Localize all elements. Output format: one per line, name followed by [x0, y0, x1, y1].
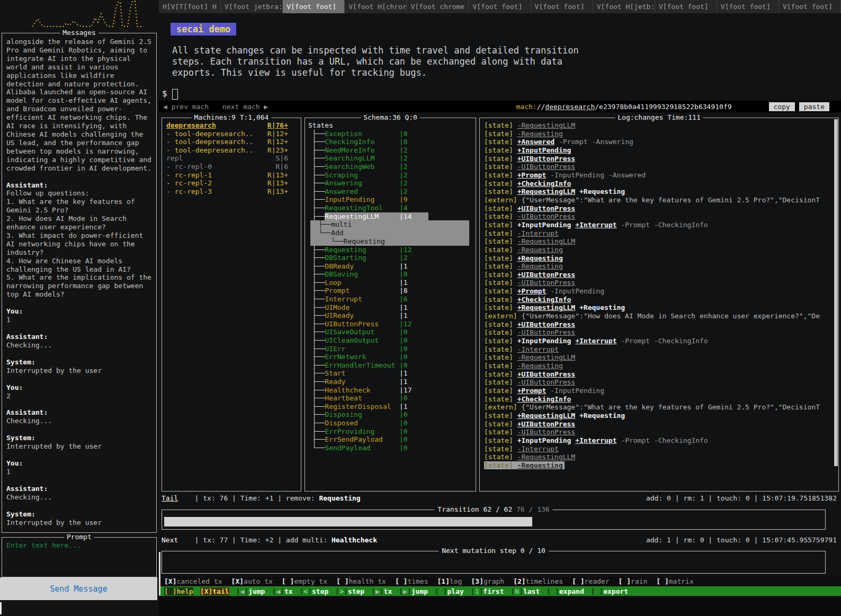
terminal-tab[interactable]: H[V[T[foot] H [159, 0, 221, 13]
state-row[interactable]: ├──DBReady|1 [308, 262, 472, 271]
state-row[interactable]: ├──UIErr|0 [308, 345, 472, 353]
log-line[interactable]: [state] +InputPending [484, 146, 834, 155]
state-row[interactable]: ├──Healthcheck|17 [308, 386, 472, 395]
terminal-tab[interactable]: V[foot H[chror [345, 0, 407, 13]
toolbar-item-step[interactable]: [>]step [335, 587, 364, 595]
state-row[interactable]: ├──RequestingTool|4 [308, 204, 472, 212]
toolbar-item-canceled-tx[interactable]: [X]canceled tx [164, 577, 222, 585]
next-mach-button[interactable]: next mach ▶ [222, 103, 268, 111]
state-row[interactable]: ├──Exception|0 [308, 130, 472, 138]
toolbar-item-tail[interactable]: [X]tail [200, 587, 229, 595]
machine-row[interactable]: - tool-deepresearch..R|12+ [166, 138, 297, 146]
log-line[interactable]: [state] -UIButtonPress [484, 328, 834, 337]
state-child-row[interactable]: └──Add [310, 229, 469, 237]
machine-row[interactable]: - rc-repl-2R|13+ [166, 179, 297, 188]
state-row[interactable]: ├──UIMode|1 [308, 303, 472, 312]
state-row[interactable]: ├──Answered|2 [308, 188, 472, 196]
toolbar-item-matrix[interactable]: [ ]matrix [656, 577, 693, 585]
log-line[interactable]: [state] +UIButtonPress [484, 204, 834, 213]
log-line[interactable]: [state] +RequestingLLM +Requesting [484, 303, 834, 312]
toolbar-item-last[interactable]: [N]last [511, 587, 540, 595]
log-line[interactable]: [state] +Requesting [484, 254, 834, 263]
tail-label[interactable]: Tail [162, 494, 178, 503]
log-line[interactable]: [state] +CheckingInfo [484, 180, 834, 188]
state-row[interactable]: ├──DBStarting|2 [308, 254, 472, 262]
state-row[interactable]: ├──Disposing|0 [308, 410, 472, 419]
toolbar-item-rain[interactable]: [ ]rain [619, 577, 648, 585]
terminal-tab[interactable]: V[foot foot] [469, 0, 531, 13]
machine-row[interactable]: replS|6 [166, 154, 297, 163]
log-line[interactable]: [state] +CheckingInfo [484, 395, 834, 404]
log-line[interactable]: [state] +Prompt -InputPending [484, 287, 834, 296]
state-row[interactable]: ├──ErrHandlerTimeout|0 [308, 361, 472, 370]
state-row[interactable]: ├──UIReady|1 [308, 311, 472, 320]
state-row[interactable]: ├──UISaveOutput|0 [308, 328, 472, 336]
toolbar-item-jump[interactable]: [▶]jump [399, 587, 428, 595]
machine-row[interactable]: deepresearchR|76+ [166, 121, 297, 130]
state-row[interactable]: ├──Start|1 [308, 369, 472, 378]
log-line[interactable]: [state] -Requesting [484, 262, 834, 271]
state-row[interactable]: ├──RequestingLLM|14 [308, 212, 472, 221]
log-line[interactable]: [state] -RequestingLLM [484, 353, 834, 362]
prev-mach-button[interactable]: ◀ prev mach [163, 103, 209, 111]
state-row[interactable]: ├──ErrNetwork|0 [308, 353, 472, 361]
log-line[interactable]: [state] +RequestingLLM +Requesting [484, 412, 834, 420]
toolbar-item-step[interactable]: [<]step [300, 587, 329, 595]
log-line[interactable]: [state] -Requesting [484, 362, 834, 370]
machine-row[interactable]: - rc-repl-3R|13+ [166, 188, 297, 196]
transition-progress-bar[interactable] [164, 517, 823, 526]
log-line[interactable]: [state] +InputPending +Interrupt -Prompt… [484, 337, 834, 345]
state-child-row[interactable]: ├──multi [310, 220, 469, 229]
paste-button[interactable]: paste [799, 102, 829, 111]
log-line[interactable]: [state] +InputPending +Interrupt -Prompt… [484, 221, 834, 229]
state-row[interactable]: ├──Disposed|0 [308, 419, 472, 427]
state-row[interactable]: ├──Answering|2 [308, 179, 472, 188]
terminal-tab[interactable]: V[foot foot] [531, 0, 593, 13]
state-row[interactable]: ├──ErrProviding|0 [308, 427, 472, 436]
log-line[interactable]: [state] -Requesting [484, 461, 834, 470]
state-row[interactable]: ├──Heartbeat|0 [308, 394, 472, 403]
toolbar-item-reader[interactable]: [ ]reader [572, 577, 609, 585]
send-message-button[interactable]: Send Message [0, 577, 157, 600]
next-label[interactable]: Next [162, 536, 178, 544]
state-row[interactable]: ├──NeedMoreInfo|2 [308, 146, 472, 155]
log-line[interactable]: [state] +UIButtonPress [484, 420, 834, 428]
toolbar-item-empty-tx[interactable]: [ ]empty tx [282, 577, 327, 585]
state-row[interactable]: ├──CheckingInfo|8 [308, 138, 472, 146]
machine-row[interactable]: - tool-deepresearch..R|23+ [166, 146, 297, 155]
toolbar-item-play[interactable]: [ ]play [435, 587, 464, 595]
log-line[interactable]: [state] -Interrupt [484, 229, 834, 238]
log-line[interactable]: [state] -UIButtonPress [484, 163, 834, 171]
toolbar-item-log[interactable]: [1]log [437, 577, 462, 585]
log-line[interactable]: [extern] {"UserMessage":"How does AI Mod… [484, 312, 834, 320]
toolbar-item-help[interactable]: [ ]help [164, 587, 193, 595]
messages-list[interactable]: alongside the release of Gemini 2.5 Pro … [2, 33, 156, 532]
state-row[interactable]: ├──Requesting|12 [308, 246, 472, 254]
state-row[interactable]: ├──RegisterDisposal|1 [308, 403, 472, 411]
machine-row[interactable]: - rc-repl-1R|13+ [166, 171, 297, 180]
state-row[interactable]: ├──UIButtonPress|12 [308, 320, 472, 328]
state-row[interactable]: ├──UICleanOutput|0 [308, 336, 472, 345]
state-row[interactable]: ├──DBSaving|0 [308, 270, 472, 279]
log-line[interactable]: [state] +RequestingLLM +Requesting [484, 188, 834, 196]
state-row[interactable]: ├──Prompt|8 [308, 287, 472, 295]
state-row[interactable]: ├──Ready|1 [308, 378, 472, 386]
log-line[interactable]: [state] -RequestingLLM [484, 237, 834, 246]
toolbar-item-expand[interactable]: [ ]expand [547, 587, 584, 595]
log-line[interactable]: [state] +UIButtonPress [484, 155, 834, 163]
log-line[interactable]: [state] -UIButtonPress [484, 428, 834, 436]
terminal-tab[interactable]: V[foot chrome [407, 0, 469, 13]
state-child-row[interactable]: └──Requesting [310, 237, 469, 246]
state-row[interactable]: ├──SearchingWeb|2 [308, 163, 472, 171]
machine-row[interactable]: - rc-repl-0R|6 [166, 163, 297, 171]
state-row[interactable]: ├──Interrupt|6 [308, 295, 472, 303]
state-row[interactable]: ├──InputPending|9 [308, 195, 472, 204]
log-line[interactable]: [state] -UIButtonPress [484, 279, 834, 287]
state-row[interactable]: ├──Scraping|2 [308, 171, 472, 180]
log-line[interactable]: [state] -UIButtonPress [484, 212, 834, 221]
terminal-tab[interactable]: V[foot H[jetb: [593, 0, 655, 13]
log-line[interactable]: [state] -RequestingLLM [484, 121, 834, 130]
log-line[interactable]: [extern] {"UserMessage":"What are the ke… [484, 196, 834, 204]
toolbar-item-jump[interactable]: [◀]jump [236, 587, 265, 595]
shell-prompt[interactable]: $ [162, 88, 178, 100]
